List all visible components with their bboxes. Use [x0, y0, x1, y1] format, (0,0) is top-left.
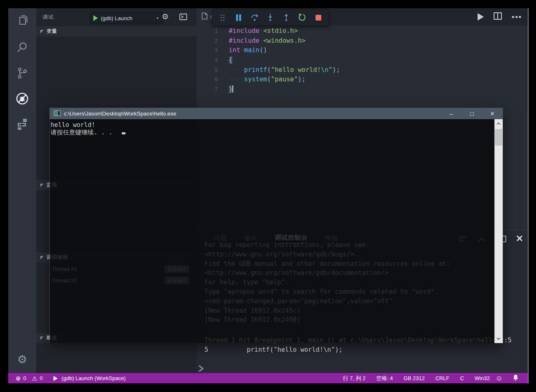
code-token: \n: [321, 66, 329, 74]
split-editor-button[interactable]: [494, 12, 502, 21]
console-window[interactable]: c:\Users\Jason\Desktop\WorkSpace\hello.e…: [49, 108, 503, 343]
sidebar-item-search[interactable]: [8, 37, 36, 58]
twistie-icon: [40, 184, 44, 187]
console-input-chevron[interactable]: [198, 365, 204, 374]
code-line[interactable]: 4{: [197, 55, 528, 65]
line-number: 7: [197, 85, 229, 95]
status-launch-label[interactable]: (gdb) Launch (WorkSpace): [62, 375, 126, 381]
step-over-button[interactable]: [248, 12, 261, 24]
scroll-down-arrow[interactable]: [494, 334, 503, 343]
console-line: hello world!: [51, 121, 125, 129]
console-scrollbar[interactable]: [494, 119, 503, 343]
twistie-icon: [40, 30, 44, 33]
stop-button[interactable]: [312, 12, 325, 24]
console-body[interactable]: hello world!请按任意键继续. . .: [50, 119, 503, 343]
code-line[interactable]: 5····printf("hello·world!\n");: [197, 65, 528, 75]
editor-actions: •••: [478, 8, 522, 25]
settings-button[interactable]: ⚙: [8, 349, 36, 370]
warning-count[interactable]: 0: [39, 375, 42, 381]
chevron-down-icon: ▼: [156, 16, 159, 20]
section-variables[interactable]: 变量: [36, 26, 197, 37]
code-token: (: [267, 66, 271, 74]
code-token: ····: [229, 76, 244, 83]
step-out-button[interactable]: [280, 12, 292, 24]
git-branch-icon: [16, 67, 28, 79]
close-button[interactable]: ×: [482, 108, 503, 119]
code-line[interactable]: 7}: [197, 85, 528, 95]
file-icon: [202, 12, 208, 21]
code-token: <windows.h>: [263, 37, 306, 44]
pause-button[interactable]: [232, 12, 245, 24]
scroll-up-arrow[interactable]: [494, 119, 503, 128]
line-number: 4: [197, 55, 229, 65]
debug-console-button[interactable]: [179, 13, 187, 22]
sidebar-title: 调试: [42, 14, 54, 21]
code-token: (: [267, 76, 271, 83]
gear-icon: ⚙: [17, 353, 27, 366]
code-line[interactable]: 1#include·<stdio.h>: [197, 26, 528, 36]
status-language[interactable]: C: [460, 375, 464, 381]
start-debug-icon[interactable]: [93, 15, 98, 21]
status-encoding[interactable]: GB 2312: [404, 375, 425, 381]
configure-gear-button[interactable]: ⚙: [162, 12, 169, 21]
console-scrollbar-thumb[interactable]: [495, 129, 502, 145]
console-title-bar[interactable]: c:\Users\Jason\Desktop\WorkSpace\hello.e…: [50, 108, 503, 119]
status-indent[interactable]: 空格: 4: [376, 375, 393, 382]
code-token: "hello: [271, 66, 294, 74]
maximize-button[interactable]: □: [462, 108, 482, 119]
code-token: }: [229, 85, 232, 93]
console-line: 请按任意键继续. . .: [51, 129, 125, 136]
code-lines: 1#include·<stdio.h>2#include·<windows.h>…: [197, 26, 528, 95]
status-right: 行 7, 列 2空格: 4GB 2312CRLFCWin32: [343, 375, 496, 382]
code-token: ·: [260, 37, 263, 44]
code-line[interactable]: 3int·main(): [197, 46, 528, 55]
debug-toolbar: [212, 9, 329, 26]
console-controls: – □ ×: [441, 108, 503, 119]
sidebar-item-extensions[interactable]: [8, 113, 36, 135]
launch-config-label: (gdb) Launch: [101, 15, 153, 21]
code-token: ····: [229, 66, 244, 74]
more-actions-button[interactable]: •••: [512, 13, 522, 21]
gdb-source-line: 5 printf("hello world!\n");: [204, 346, 343, 353]
error-count[interactable]: 0: [23, 375, 26, 381]
status-eol[interactable]: CRLF: [435, 375, 449, 381]
step-into-button[interactable]: [264, 12, 276, 24]
console-output: hello world!请按任意键继续. . .: [51, 121, 125, 136]
line-number: 2: [197, 36, 229, 46]
code-token: #include: [229, 37, 260, 44]
console-cursor: [122, 132, 125, 134]
activity-bar: ⚙: [8, 8, 36, 373]
console-app-icon: [54, 110, 60, 118]
toolbar-drag-handle[interactable]: [216, 12, 229, 24]
code-token: ·: [240, 46, 244, 54]
launch-configuration-dropdown[interactable]: (gdb) Launch ▼: [90, 12, 163, 24]
sidebar-item-explorer[interactable]: [8, 10, 36, 31]
code-token: printf: [244, 66, 267, 74]
code-token: ·: [260, 27, 263, 35]
code-token: main: [244, 46, 259, 54]
debug-play-icon[interactable]: [53, 376, 58, 381]
warnings-icon[interactable]: ⚠: [32, 375, 37, 382]
status-left: ⊗ 0 ⚠ 0 (gdb) Launch (WorkSpace): [8, 375, 125, 382]
code-token: world!: [298, 66, 321, 74]
code-line[interactable]: 6····system("pause");: [197, 75, 528, 85]
restart-button[interactable]: [296, 12, 309, 24]
minimize-button[interactable]: –: [441, 108, 462, 119]
code-token: system: [244, 76, 267, 83]
twistie-icon: [40, 256, 44, 259]
sidebar-item-source-control[interactable]: [8, 62, 36, 84]
feedback-smiley-icon[interactable]: ☺: [496, 374, 503, 383]
run-button[interactable]: [478, 13, 484, 21]
status-line-col[interactable]: 行 7, 列 2: [343, 375, 366, 382]
errors-icon[interactable]: ⊗: [16, 375, 21, 382]
code-token: );: [298, 76, 306, 83]
sidebar-item-debug[interactable]: [8, 88, 36, 109]
code-token: "pause": [271, 76, 298, 83]
text-cursor: [232, 85, 233, 92]
notifications-bell-icon[interactable]: [513, 374, 519, 382]
code-line[interactable]: 2#include·<windows.h>: [197, 36, 528, 46]
sidebar-header: 调试 (gdb) Launch ▼ ⚙: [36, 8, 197, 25]
status-platform[interactable]: Win32: [475, 375, 490, 381]
debug-disabled-icon: [15, 92, 29, 106]
code-token: {: [229, 56, 232, 64]
